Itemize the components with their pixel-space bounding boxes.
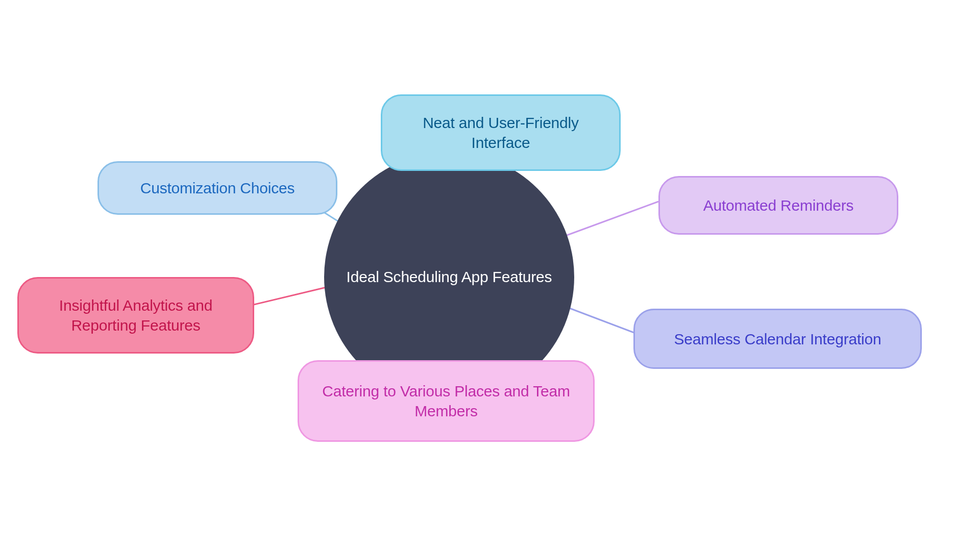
node-catering: Catering to Various Places and Team Memb… (298, 360, 595, 442)
node-reminders: Automated Reminders (658, 176, 898, 235)
node-analytics-label: Insightful Analytics and Reporting Featu… (36, 295, 235, 335)
node-catering-label: Catering to Various Places and Team Memb… (316, 381, 576, 421)
svg-line-2 (248, 286, 333, 306)
svg-line-0 (561, 202, 658, 237)
node-calendar: Seamless Calendar Integration (633, 309, 922, 369)
node-reminders-label: Automated Reminders (703, 195, 854, 215)
node-analytics: Insightful Analytics and Reporting Featu… (17, 277, 254, 354)
diagram-canvas: Ideal Scheduling App Features Neat and U… (0, 0, 980, 551)
svg-line-1 (564, 306, 638, 334)
node-customization: Customization Choices (97, 161, 337, 215)
node-interface-label: Neat and User-Friendly Interface (400, 113, 602, 153)
center-label: Ideal Scheduling App Features (347, 268, 552, 286)
node-customization-label: Customization Choices (140, 178, 295, 198)
node-calendar-label: Seamless Calendar Integration (674, 329, 881, 349)
node-interface: Neat and User-Friendly Interface (381, 94, 621, 171)
